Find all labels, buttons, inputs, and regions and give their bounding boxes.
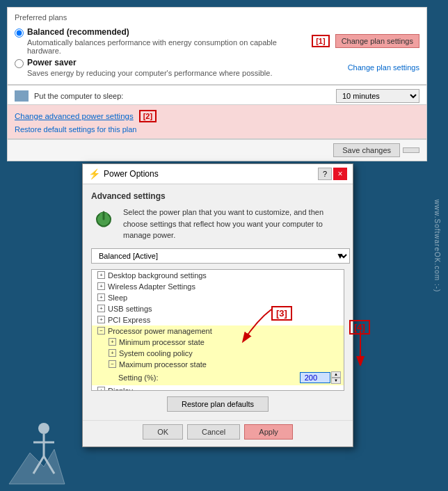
- tree-item-label: Sleep: [108, 293, 127, 302]
- apply-btn[interactable]: Apply: [244, 424, 293, 440]
- tree-item-label: Processor power management: [108, 327, 212, 335]
- power-saver-desc: Saves energy by reducing your computer's…: [27, 69, 342, 77]
- tree-expand-icon: +: [97, 282, 105, 290]
- tree-item-label: USB settings: [108, 305, 152, 313]
- advanced-row: Change advanced power settings [2] Resto…: [7, 104, 427, 139]
- tree-expand-icon: +: [97, 305, 105, 312]
- deco-figure: [6, 418, 68, 488]
- tree-item-label: System cooling policy: [119, 349, 193, 357]
- tree-item-label: Display: [108, 387, 133, 391]
- change-plan-btn-balanced[interactable]: Change plan settings: [335, 34, 419, 48]
- dialog-title: Power Options: [104, 169, 318, 179]
- dialog-desc-row: Select the power plan that you want to c…: [91, 207, 344, 241]
- annotation-4: [4]: [349, 320, 370, 335]
- svg-point-2: [38, 423, 49, 434]
- balanced-radio[interactable]: [15, 29, 24, 38]
- watermark-text: www.SoftwareOK.com :-): [434, 199, 442, 292]
- restore-plan-defaults-btn[interactable]: Restore plan defaults: [167, 396, 269, 412]
- spin-down-btn[interactable]: ▼: [331, 378, 341, 384]
- dialog-icon: ⚡: [88, 168, 99, 179]
- dialog-body: Advanced settings Select the power plan …: [83, 184, 353, 420]
- cancel-btn-save[interactable]: [403, 147, 419, 153]
- setting-row: Setting (%): ▲ ▼: [92, 370, 344, 385]
- side-watermark: www.SoftwareOK.com :-): [429, 14, 447, 477]
- tree-item[interactable]: + Desktop background settings: [92, 270, 344, 281]
- tree-item[interactable]: + Sleep: [92, 292, 344, 303]
- change-plan-link-saver[interactable]: Change plan settings: [348, 63, 419, 72]
- tree-expand-icon: +: [109, 338, 116, 346]
- advanced-power-link[interactable]: Change advanced power settings: [15, 112, 134, 120]
- balanced-desc: Automatically balances performance with …: [27, 38, 307, 55]
- tree-item-label: Minimum processor state: [119, 338, 205, 346]
- sleep-label: Put the computer to sleep:: [34, 92, 336, 100]
- tree-item-label: Desktop background settings: [108, 271, 207, 280]
- tree-expand-icon: +: [97, 293, 105, 301]
- power-saver-row: Power saver Saves energy by reducing you…: [15, 58, 419, 77]
- sleep-indent: [15, 90, 29, 102]
- panel-title: Preferred plans: [15, 13, 419, 22]
- setting-input[interactable]: [300, 372, 330, 383]
- spinner-control[interactable]: ▲ ▼: [331, 371, 341, 384]
- power-options-dialog: ⚡ Power Options ? × Advanced settings Se…: [82, 163, 353, 447]
- dialog-footer: OK Cancel Apply: [83, 420, 353, 446]
- power-saver-radio[interactable]: [15, 59, 24, 68]
- tree-expand-icon: −: [109, 360, 116, 368]
- spin-up-btn[interactable]: ▲: [331, 371, 341, 378]
- restore-defaults-link[interactable]: Restore default settings for this plan: [15, 125, 419, 134]
- tree-item-display[interactable]: + Display: [92, 385, 344, 391]
- label-1: [1]: [312, 35, 329, 47]
- balanced-info: Balanced (recommended) Automatically bal…: [27, 27, 307, 55]
- top-panel: Preferred plans Balanced (recommended) A…: [7, 7, 427, 85]
- sleep-select[interactable]: 10 minutes: [336, 89, 419, 103]
- tree-expand-icon: +: [109, 349, 116, 357]
- power-saver-info: Power saver Saves energy by reducing you…: [27, 58, 342, 77]
- dialog-close-btn[interactable]: ×: [333, 168, 347, 180]
- tree-item-label: Maximum processor state: [119, 360, 207, 369]
- ok-btn[interactable]: OK: [143, 424, 183, 440]
- tree-expand-icon: +: [97, 387, 105, 391]
- cancel-btn[interactable]: Cancel: [187, 424, 240, 440]
- settings-tree[interactable]: + Desktop background settings + Wireless…: [91, 269, 344, 391]
- tree-item[interactable]: + USB settings: [92, 303, 344, 314]
- tree-expand-icon: −: [97, 327, 105, 335]
- power-saver-name: Power saver: [27, 58, 342, 67]
- arrow-4: [353, 331, 367, 366]
- save-changes-btn[interactable]: Save changes: [333, 143, 400, 157]
- tree-item-min-proc[interactable]: + Minimum processor state: [92, 337, 344, 348]
- setting-label: Setting (%):: [118, 373, 300, 382]
- tree-item-label: PCI Express: [108, 316, 150, 324]
- tree-expand-icon: +: [97, 271, 105, 279]
- dialog-section-title: Advanced settings: [91, 191, 344, 201]
- label-2: [2]: [139, 110, 157, 122]
- dialog-desc-text: Select the power plan that you want to c…: [123, 207, 344, 241]
- dropdown-row: Balanced [Active] ▼: [91, 248, 344, 264]
- tree-item-processor[interactable]: − Processor power management: [92, 325, 344, 337]
- tree-item[interactable]: + Wireless Adapter Settings: [92, 281, 344, 292]
- dialog-power-icon: [91, 207, 116, 232]
- tree-item-cooling[interactable]: + System cooling policy: [92, 348, 344, 359]
- dialog-help-btn[interactable]: ?: [318, 168, 332, 180]
- dialog-titlebar: ⚡ Power Options ? ×: [83, 164, 353, 184]
- tree-item[interactable]: + PCI Express: [92, 314, 344, 325]
- plan-dropdown[interactable]: Balanced [Active]: [91, 248, 350, 264]
- balanced-plan-row: Balanced (recommended) Automatically bal…: [15, 27, 419, 55]
- save-row: Save changes: [7, 139, 427, 161]
- tree-item-max-proc[interactable]: − Maximum processor state: [92, 359, 344, 370]
- tree-expand-icon: +: [97, 316, 105, 323]
- balanced-name: Balanced (recommended): [27, 27, 307, 37]
- annotation-3: [3]: [271, 306, 292, 321]
- tree-item-label: Wireless Adapter Settings: [108, 282, 195, 291]
